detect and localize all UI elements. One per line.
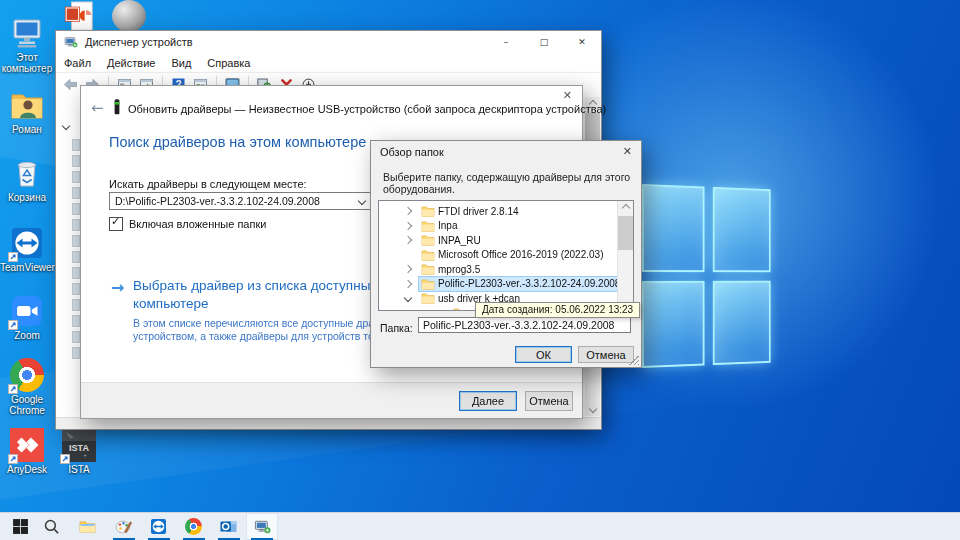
ok-button[interactable]: ОК [515, 346, 572, 363]
menu-item-вид[interactable]: Вид [163, 55, 199, 71]
menu-bar: ФайлДействиеВидСправка [56, 53, 601, 72]
back-arrow-icon[interactable]: ← [91, 99, 104, 117]
scroll-thumb[interactable] [618, 216, 633, 250]
shortcut-arrow-icon [60, 454, 70, 464]
taskbar-button-search[interactable] [34, 513, 68, 540]
tree-root-expander-icon[interactable] [62, 122, 70, 130]
wizard-footer: Далее Отмена [81, 382, 582, 418]
sphere-icon[interactable] [112, 0, 146, 32]
folder-row-content[interactable]: FTDI driver 2.8.14 [419, 204, 522, 218]
start-icon [12, 518, 29, 535]
minimize-button[interactable]: – [487, 31, 525, 53]
desktop-icon-label: Роман [0, 124, 54, 135]
tree-item-sliver [72, 139, 80, 151]
taskbar-button-outlook[interactable] [211, 513, 246, 540]
close-icon[interactable]: ✕ [623, 145, 632, 158]
scroll-down-icon[interactable] [585, 402, 600, 416]
folder-field-label: Папка: [380, 322, 413, 334]
desktop-icon-this-pc[interactable]: Этот компьютер [0, 16, 54, 74]
tree-item-sliver [72, 219, 80, 231]
back-arrow-icon[interactable] [62, 77, 79, 92]
desktop-icon-user-folder[interactable]: Роман [0, 88, 54, 135]
folder-row[interactable]: Polific-PL2303-ver.-3.3.2.102-24.09.2008 [379, 277, 617, 291]
desktop-icon-label: Google Chrome [0, 394, 54, 416]
folder-row[interactable]: Inpa [379, 219, 617, 233]
desktop-icon-teamviewer[interactable]: TeamViewer [0, 226, 54, 273]
dialog-title: Обзор папок [380, 146, 444, 158]
scroll-up-icon[interactable] [618, 201, 633, 215]
command-link-arrow-icon: → [111, 278, 124, 297]
scrollbar[interactable] [617, 201, 633, 310]
collapsed-expander-icon[interactable] [404, 221, 412, 229]
driver-path-value: D:\Polific-PL2303-ver.-3.3.2.102-24.09.2… [115, 195, 320, 207]
taskbar-button-chrome[interactable] [176, 513, 211, 540]
include-subfolders-row[interactable]: ✓ Включая вложенные папки [109, 217, 266, 231]
close-button[interactable]: ✕ [563, 31, 601, 53]
pick-from-list-link[interactable]: компьютере [133, 296, 209, 311]
include-subfolders-checkbox[interactable]: ✓ [109, 217, 123, 231]
driver-path-combobox[interactable]: D:\Polific-PL2303-ver.-3.3.2.102-24.09.2… [109, 192, 371, 210]
close-icon[interactable]: ✕ [563, 89, 572, 102]
folder-row-selected[interactable]: Polific-PL2303-ver.-3.3.2.102-24.09.2008 [419, 277, 623, 291]
ista-icon: ISTA+ [62, 428, 96, 462]
taskbar-items [6, 513, 278, 540]
title-bar[interactable]: Диспетчер устройств – □ ✕ [56, 31, 601, 53]
taskbar-button-teamviewer[interactable] [141, 513, 176, 540]
menu-item-справка[interactable]: Справка [199, 55, 258, 71]
tree-item-sliver [72, 251, 80, 263]
folder-row-content[interactable] [451, 306, 473, 312]
cancel-button[interactable]: Отмена [525, 391, 573, 411]
desktop-icon-chrome[interactable]: Google Chrome [0, 358, 54, 416]
menu-item-файл[interactable]: Файл [56, 55, 99, 71]
expanded-expander-icon[interactable] [404, 294, 412, 302]
tree-item-sliver [72, 347, 80, 359]
folder-icon [421, 205, 435, 217]
device-manager-icon [64, 35, 78, 49]
folder-icon [421, 278, 435, 290]
taskbar-button-device-manager[interactable] [246, 513, 278, 540]
resize-grip[interactable] [629, 355, 639, 365]
taskbar-button-explorer[interactable] [68, 513, 106, 540]
folder-row-content[interactable]: Microsoft Office 2016-2019 (2022.03) [419, 248, 606, 262]
desktop-icon-label: Zoom [0, 330, 54, 341]
folder-tree[interactable]: FTDI driver 2.8.14InpaINPA_RUMicrosoft O… [378, 200, 634, 311]
folder-row[interactable]: FTDI driver 2.8.14 [379, 204, 617, 218]
collapsed-expander-icon[interactable] [404, 265, 412, 273]
folder-row[interactable]: Microsoft Office 2016-2019 (2022.03) [379, 248, 617, 262]
collapsed-expander-icon[interactable] [404, 236, 412, 244]
taskbar: РУС 18:33 05.06.2022 [0, 512, 960, 540]
folder-name: Inpa [438, 220, 457, 231]
device-manager-icon [254, 518, 271, 535]
maximize-button[interactable]: □ [525, 31, 563, 53]
desktop-icon-zoom[interactable]: Zoom [0, 294, 54, 341]
folder-icon [421, 249, 435, 261]
folder-row-content[interactable]: mprog3.5 [419, 262, 483, 276]
folder-field-value[interactable]: Polific-PL2303-ver.-3.3.2.102-24.09.2008 [418, 317, 631, 333]
collapsed-expander-icon[interactable] [404, 279, 412, 287]
menu-item-действие[interactable]: Действие [99, 55, 163, 71]
next-button[interactable]: Далее [459, 391, 517, 411]
chevron-down-icon[interactable] [358, 197, 366, 205]
tree-item-sliver [72, 331, 80, 343]
taskbar-button-start[interactable] [6, 513, 34, 540]
collapsed-expander-icon[interactable] [404, 207, 412, 215]
folder-icon [421, 263, 435, 275]
desktop-icon-label: AnyDesk [0, 464, 54, 475]
folder-row-content[interactable]: Inpa [419, 219, 460, 233]
this-pc-icon [10, 16, 44, 50]
ppt-file-icon[interactable] [62, 1, 96, 33]
shortcut-arrow-icon [8, 320, 18, 330]
usb-device-icon [112, 99, 122, 115]
wizard-title: Обновить драйверы — Неизвестное USB-устр… [128, 103, 606, 115]
folder-row[interactable]: INPA_RU [379, 233, 617, 247]
cancel-button[interactable]: Отмена [578, 346, 634, 363]
folder-icon [421, 220, 435, 232]
check-icon: ✓ [111, 215, 120, 228]
taskbar-button-paint[interactable] [106, 513, 141, 540]
desktop-icon-ista[interactable]: ISTA+ISTA [52, 428, 106, 475]
folder-row[interactable]: mprog3.5 [379, 262, 617, 276]
folder-row-content[interactable]: INPA_RU [419, 233, 484, 247]
desktop-icon-recycle-bin[interactable]: Корзина [0, 156, 54, 203]
desktop-icon-anydesk[interactable]: AnyDesk [0, 428, 54, 475]
search-icon [43, 518, 60, 535]
